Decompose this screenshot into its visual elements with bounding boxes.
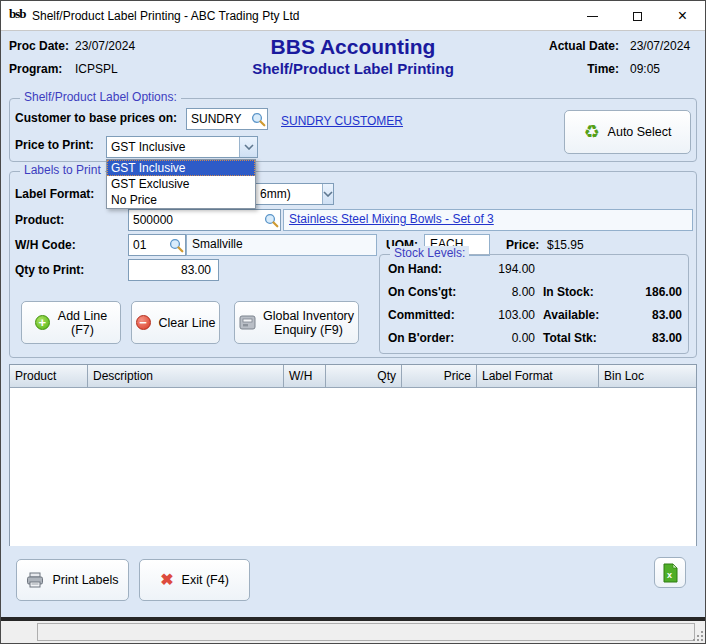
product-label: Product:: [15, 213, 64, 227]
qty-input[interactable]: [128, 259, 219, 281]
grid-body-empty: [10, 388, 696, 546]
global-inventory-label2: Enquiry (F9): [274, 323, 343, 337]
dropdown-item[interactable]: GST Exclusive: [107, 176, 255, 192]
form-content: Proc Date: 23/07/2024 Program: ICPSPL BB…: [1, 32, 705, 617]
window-title: Shelf/Product Label Printing - ABC Tradi…: [32, 9, 299, 23]
label-format-value: 6mm): [260, 187, 291, 201]
grid-header: Product Description W/H Qty Price Label …: [10, 365, 696, 388]
product-code-fieldwrap: [128, 209, 281, 231]
clear-line-button[interactable]: − Clear Line: [131, 301, 220, 344]
grid-col-qty[interactable]: Qty: [326, 365, 402, 387]
chevron-down-icon: [323, 191, 333, 197]
auto-select-label: Auto Select: [608, 125, 672, 139]
labels-to-print-group-title: Labels to Print: [20, 163, 105, 177]
minimize-button[interactable]: [570, 1, 615, 31]
unit-price-label: Price:: [506, 238, 539, 252]
resize-grip[interactable]: [692, 630, 703, 641]
grid-col-description[interactable]: Description: [88, 365, 284, 387]
grid-col-price[interactable]: Price: [402, 365, 477, 387]
price-to-print-combo[interactable]: GST Inclusive: [106, 136, 258, 158]
price-to-print-value: GST Inclusive: [107, 140, 239, 154]
printer-icon: [26, 572, 44, 588]
stock-value: 194.00: [440, 262, 535, 276]
stock-levels-group: Stock Levels: On Hand: 194.00 On Cons'gt…: [379, 254, 689, 354]
stock-label: In Stock:: [543, 285, 594, 299]
excel-file-icon: x: [662, 563, 679, 583]
global-inventory-button[interactable]: Global InventoryEnquiry (F9): [234, 301, 359, 344]
wh-name-value: Smallville: [192, 237, 243, 251]
wh-code-fieldwrap: [128, 234, 186, 256]
maximize-button[interactable]: [615, 1, 660, 31]
close-button[interactable]: ×: [660, 1, 705, 31]
options-group: Shelf/Product Label Options: Customer to…: [9, 98, 697, 162]
price-to-print-dropdown-list: GST Inclusive GST Exclusive No Price: [106, 159, 256, 209]
customer-name-link[interactable]: SUNDRY CUSTOMER: [281, 114, 403, 128]
stock-value: 83.00: [595, 331, 682, 345]
clear-icon: −: [136, 315, 151, 330]
time-value: 09:05: [630, 62, 660, 76]
svg-text:x: x: [667, 570, 672, 580]
options-group-title: Shelf/Product Label Options:: [20, 90, 181, 104]
global-inventory-label1: Global Inventory: [263, 309, 354, 323]
stock-value: 0.00: [440, 331, 535, 345]
customer-code-input[interactable]: [187, 112, 251, 126]
price-to-print-label: Price to Print:: [15, 138, 94, 152]
dropdown-item[interactable]: GST Inclusive: [107, 160, 255, 176]
exit-button[interactable]: ✖ Exit (F4): [139, 559, 250, 601]
app-icon: bsb: [9, 6, 26, 22]
clear-line-label: Clear Line: [159, 316, 216, 330]
minimize-icon: [587, 16, 598, 17]
label-lines-grid: Product Description W/H Qty Price Label …: [9, 364, 697, 546]
product-name-link[interactable]: Stainless Steel Mixing Bowls - Set of 3: [289, 212, 494, 226]
app-window: bsb Shelf/Product Label Printing - ABC T…: [0, 0, 706, 644]
customer-search-icon[interactable]: [251, 112, 266, 127]
dropdown-item[interactable]: No Price: [107, 192, 255, 208]
unit-price-value: $15.95: [547, 238, 584, 252]
exit-label: Exit (F4): [182, 573, 229, 587]
wh-search-icon[interactable]: [169, 238, 184, 253]
title-bar: bsb Shelf/Product Label Printing - ABC T…: [1, 1, 705, 31]
wh-name-field: Smallville: [186, 234, 377, 256]
status-panel: [37, 623, 695, 641]
grid-col-label-format[interactable]: Label Format: [477, 365, 599, 387]
print-labels-button[interactable]: Print Labels: [16, 559, 129, 601]
actual-date-label: Actual Date:: [549, 39, 619, 53]
grid-col-product[interactable]: Product: [10, 365, 88, 387]
exit-x-icon: ✖: [160, 572, 173, 588]
stock-row: On Hand: 194.00: [380, 262, 688, 280]
product-name-field: Stainless Steel Mixing Bowls - Set of 3: [283, 209, 693, 231]
chevron-down-icon: [244, 144, 254, 150]
stock-label: Available:: [543, 308, 599, 322]
stock-value: 83.00: [595, 308, 682, 322]
product-search-icon[interactable]: [264, 213, 279, 228]
label-format-label: Label Format:: [15, 187, 94, 201]
add-line-button[interactable]: + Add Line(F7): [21, 301, 121, 344]
close-icon: ×: [678, 8, 687, 24]
auto-select-button[interactable]: ♻ Auto Select: [564, 110, 691, 154]
stock-label: Total Stk:: [543, 331, 597, 345]
wh-code-input[interactable]: [129, 238, 169, 252]
status-bar: [1, 621, 705, 643]
maximize-icon: [633, 12, 642, 21]
inventory-machine-icon: [239, 315, 256, 330]
grid-col-wh[interactable]: W/H: [284, 365, 326, 387]
product-code-input[interactable]: [129, 213, 264, 227]
stock-value: 186.00: [595, 285, 682, 299]
stock-row: On B'order: 0.00 Total Stk: 83.00: [380, 331, 688, 349]
customer-label: Customer to base prices on:: [15, 111, 177, 125]
add-line-label2: (F7): [71, 323, 94, 337]
grid-col-bin-loc[interactable]: Bin Loc: [599, 365, 696, 387]
actual-date-value: 23/07/2024: [630, 39, 690, 53]
recycle-icon: ♻: [583, 123, 599, 141]
customer-code-fieldwrap: [186, 108, 268, 130]
export-excel-button[interactable]: x: [654, 557, 686, 588]
add-icon: +: [35, 315, 50, 330]
stock-value: 103.00: [440, 308, 535, 322]
add-line-label1: Add Line: [58, 309, 107, 323]
label-format-dropdown-button[interactable]: [322, 184, 333, 204]
price-to-print-dropdown-button[interactable]: [239, 137, 257, 157]
stock-row: On Cons'gt: 8.00 In Stock: 186.00: [380, 285, 688, 303]
time-label: Time:: [587, 62, 619, 76]
stock-label: On Hand:: [388, 262, 442, 276]
stock-levels-title: Stock Levels:: [390, 246, 469, 260]
